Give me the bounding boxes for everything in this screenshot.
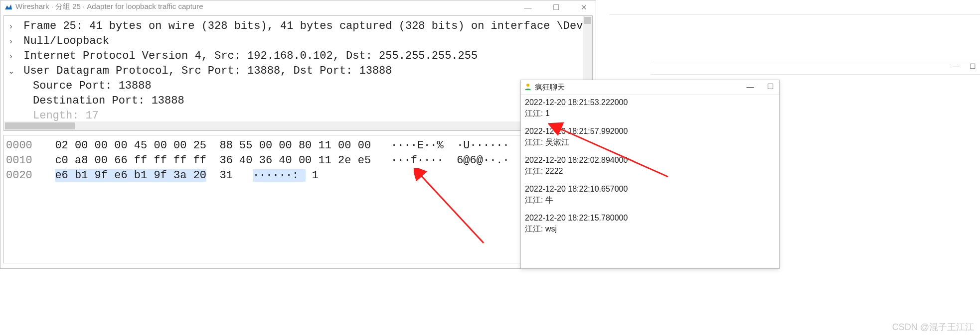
tree-srcport[interactable]: Source Port: 13888: [5, 79, 591, 94]
packet-details-pane[interactable]: › Frame 25: 41 bytes on wire (328 bits),…: [3, 15, 593, 131]
wireshark-title-text: Wireshark · 分组 25 · Adapter for loopback…: [15, 0, 203, 12]
hex-bytes-selected: e6 b1 9f e6 b1 9f 3a 20: [55, 169, 206, 182]
wireshark-maximize-button[interactable]: ☐: [546, 1, 566, 13]
watermark-text: CSDN @混子王江江: [892, 321, 974, 333]
chat-line: 江江: 吴淑江: [525, 137, 775, 148]
svg-point-0: [526, 84, 529, 87]
chat-message-list[interactable]: 2022-12-20 18:21:53.222000 江江: 1 2022-12…: [521, 95, 779, 243]
chat-ts: 2022-12-20 18:22:10.657000: [525, 184, 775, 195]
wireshark-close-button[interactable]: ✕: [574, 1, 594, 13]
chat-maximize-button[interactable]: ☐: [764, 82, 776, 91]
tree-length-text: Length: 17: [33, 110, 99, 122]
chat-line: 江江: wsj: [525, 224, 775, 234]
tree-udp[interactable]: ⌄ User Datagram Protocol, Src Port: 1388…: [5, 64, 591, 79]
details-h-scrollbar[interactable]: [4, 121, 583, 130]
tree-frame[interactable]: › Frame 25: 41 bytes on wire (328 bits),…: [5, 19, 591, 34]
wireshark-icon: [4, 2, 12, 10]
tree-srcport-text: Source Port: 13888: [33, 80, 152, 92]
tree-udp-text: User Datagram Protocol, Src Port: 13888,…: [23, 65, 392, 77]
stray-min-icon[interactable]: —: [953, 62, 960, 70]
chat-titlebar[interactable]: 疯狂聊天 — ☐: [521, 80, 779, 95]
caret-down-icon[interactable]: ⌄: [5, 64, 17, 79]
hex-offset: 0000: [6, 138, 42, 153]
tree-frame-text: Frame 25: 41 bytes on wire (328 bits), 4…: [23, 20, 589, 32]
hex-ascii: ···f···· 6@6@··.·: [391, 154, 509, 167]
chat-app-icon: [524, 83, 532, 92]
chat-ts: 2022-12-20 18:21:53.222000: [525, 97, 775, 108]
packet-bytes-pane[interactable]: 0000 02 00 00 00 45 00 00 25 88 55 00 00…: [3, 135, 593, 263]
chat-line: 江江: 2222: [525, 166, 775, 177]
hex-row-2[interactable]: 0020 e6 b1 9f e6 b1 9f 3a 20 31······: 1: [6, 168, 590, 183]
chat-message: 2022-12-20 18:22:15.780000 江江: wsj: [525, 213, 775, 234]
chat-line: 江江: 1: [525, 108, 775, 119]
chat-ts: 2022-12-20 18:22:02.894000: [525, 155, 775, 166]
stray-top-bar: [609, 0, 980, 15]
chat-message: 2022-12-20 18:22:10.657000 江江: 牛: [525, 184, 775, 206]
wireshark-titlebar[interactable]: Wireshark · 分组 25 · Adapter for loopback…: [0, 0, 596, 12]
tree-dstport-text: Destination Port: 13888: [33, 95, 184, 107]
tree-ip-text: Internet Protocol Version 4, Src: 192.16…: [23, 50, 478, 62]
tree-dstport[interactable]: Destination Port: 13888: [5, 94, 591, 109]
caret-right-icon[interactable]: ›: [5, 49, 17, 64]
hex-row-1[interactable]: 0010 c0 a8 00 66 ff ff ff ff 36 40 36 40…: [6, 153, 590, 168]
chat-minimize-button[interactable]: —: [744, 82, 756, 91]
chat-message: 2022-12-20 18:22:02.894000 江江: 2222: [525, 155, 775, 177]
tree-null-loopback[interactable]: › Null/Loopback: [5, 34, 591, 49]
hex-offset: 0020: [6, 168, 42, 183]
stray-max-icon[interactable]: ☐: [970, 62, 976, 70]
chat-ts: 2022-12-20 18:22:15.780000: [525, 213, 775, 224]
hex-bytes: c0 a8 00 66 ff ff ff ff 36 40 36 40 00 1…: [55, 154, 371, 167]
stray-right-bar: — ☐: [651, 60, 980, 75]
hex-offset: 0010: [6, 153, 42, 168]
hex-ascii-selected: ······:: [253, 169, 306, 182]
hex-ascii: 1: [306, 169, 319, 182]
caret-right-icon[interactable]: ›: [5, 34, 17, 49]
chat-message: 2022-12-20 18:21:53.222000 江江: 1: [525, 97, 775, 119]
caret-right-icon[interactable]: ›: [5, 19, 17, 34]
wireshark-window: Wireshark · 分组 25 · Adapter for loopback…: [0, 0, 596, 269]
tree-null-text: Null/Loopback: [23, 35, 109, 47]
chat-title-text: 疯狂聊天: [535, 83, 565, 92]
wireshark-minimize-button[interactable]: —: [518, 1, 538, 13]
hex-row-0[interactable]: 0000 02 00 00 00 45 00 00 25 88 55 00 00…: [6, 138, 590, 153]
hex-ascii: ····E··% ·U······: [391, 139, 509, 152]
hex-bytes: 02 00 00 00 45 00 00 25 88 55 00 00 80 1…: [55, 139, 371, 152]
chat-message: 2022-12-20 18:21:57.992000 江江: 吴淑江: [525, 126, 775, 148]
chat-window: 疯狂聊天 — ☐ 2022-12-20 18:21:53.222000 江江: …: [520, 80, 780, 269]
chat-ts: 2022-12-20 18:21:57.992000: [525, 126, 775, 137]
hex-bytes: 31: [206, 169, 233, 182]
tree-ip[interactable]: › Internet Protocol Version 4, Src: 192.…: [5, 49, 591, 64]
chat-line: 江江: 牛: [525, 195, 775, 206]
